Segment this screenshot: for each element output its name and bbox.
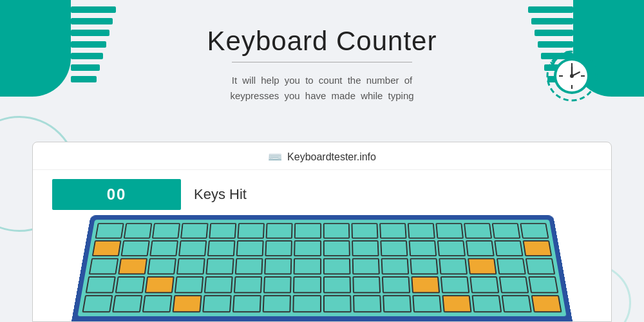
key <box>492 223 521 238</box>
key <box>380 240 408 256</box>
key <box>263 295 291 312</box>
keyboard-frame <box>71 215 573 321</box>
key <box>522 240 552 256</box>
key <box>353 295 381 312</box>
key <box>152 223 180 238</box>
key <box>351 223 378 238</box>
key <box>236 240 264 256</box>
key <box>501 295 531 312</box>
key <box>468 258 497 275</box>
key <box>407 223 435 238</box>
key <box>265 258 292 275</box>
clock-wrapper <box>535 39 605 109</box>
key <box>115 276 146 293</box>
key <box>175 276 204 293</box>
key <box>494 240 523 256</box>
key <box>206 258 234 275</box>
key <box>526 258 556 275</box>
key <box>466 240 495 256</box>
svg-point-9 <box>570 74 574 78</box>
key <box>149 240 178 256</box>
key <box>352 240 379 256</box>
key <box>209 223 236 238</box>
key <box>381 258 409 275</box>
key <box>294 223 321 238</box>
key <box>383 295 412 312</box>
key <box>238 223 265 238</box>
key <box>265 240 293 256</box>
key <box>381 276 410 293</box>
key <box>173 295 202 312</box>
key <box>464 223 492 238</box>
key <box>202 295 232 312</box>
key <box>89 258 119 275</box>
key <box>293 295 321 312</box>
key <box>118 258 147 275</box>
key <box>437 240 466 256</box>
clock-icon <box>535 39 605 109</box>
key <box>469 276 499 293</box>
svg-marker-10 <box>550 62 555 67</box>
counter-card: ⌨️ Keyboardtester.info 00 Keys Hit <box>32 142 612 322</box>
key <box>323 240 350 256</box>
keyboard-illustration <box>71 205 573 321</box>
key <box>323 295 351 312</box>
key <box>176 258 205 275</box>
key <box>411 276 440 293</box>
key <box>232 295 261 312</box>
keyboard-keys-grid <box>77 220 566 316</box>
key <box>531 295 562 312</box>
key <box>408 240 437 256</box>
key <box>323 223 349 238</box>
key <box>352 276 381 293</box>
key <box>266 223 293 238</box>
key <box>293 276 321 293</box>
page-title: Keyboard Counter <box>207 26 437 57</box>
key <box>471 295 502 312</box>
key <box>499 276 529 293</box>
key <box>82 295 113 312</box>
key <box>323 276 350 293</box>
key <box>410 258 438 275</box>
title-divider <box>232 62 412 62</box>
key <box>92 240 122 256</box>
key <box>294 258 321 275</box>
key <box>528 276 558 293</box>
key <box>124 223 153 238</box>
key <box>520 223 549 238</box>
key <box>323 258 350 275</box>
key <box>294 240 321 256</box>
key <box>439 258 468 275</box>
key <box>145 276 175 293</box>
key <box>142 295 173 312</box>
key <box>352 258 379 275</box>
key <box>178 240 207 256</box>
key <box>207 240 236 256</box>
card-header: ⌨️ Keyboardtester.info <box>33 142 611 170</box>
key <box>263 276 292 293</box>
key <box>497 258 526 275</box>
key <box>234 276 262 293</box>
key <box>204 276 233 293</box>
key <box>379 223 406 238</box>
site-name: Keyboardtester.info <box>287 151 376 163</box>
keys-hit-label: Keys Hit <box>194 186 247 203</box>
key <box>235 258 263 275</box>
key <box>86 276 116 293</box>
key <box>95 223 124 238</box>
key <box>435 223 464 238</box>
key <box>121 240 150 256</box>
key <box>412 295 442 312</box>
key <box>440 276 469 293</box>
key <box>147 258 176 275</box>
subtitle: It will help you to count the number of … <box>230 73 413 104</box>
key <box>442 295 471 312</box>
key <box>112 295 142 312</box>
keyboard-icon: ⌨️ <box>268 150 282 164</box>
key <box>180 223 209 238</box>
